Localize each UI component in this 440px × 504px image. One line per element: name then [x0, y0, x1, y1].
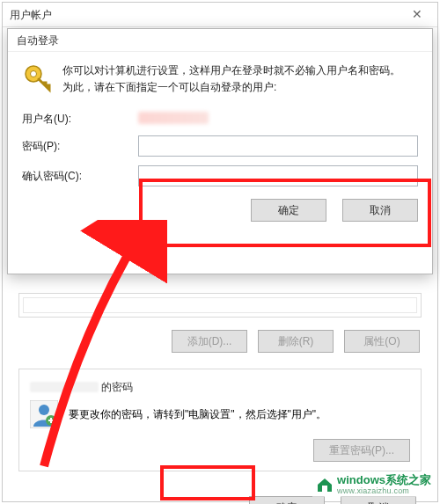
password-input[interactable] [138, 135, 418, 157]
svg-point-4 [31, 71, 37, 77]
username-value-blurred [138, 112, 209, 124]
house-icon [316, 477, 334, 493]
watermark-line1: windows系统之家 [337, 474, 431, 486]
account-buttons-row: 添加(D)... 删除(R) 属性(O) [20, 330, 420, 353]
child-cancel-button[interactable]: 取消 [342, 199, 418, 222]
info-line1: 你可以对计算机进行设置，这样用户在登录时就不必输入用户名和密码。 [62, 64, 400, 77]
auto-login-dialog: 自动登录 你可以对计算机进行设置，这样用户在登录时就不必输入用户名和密码。 为此… [7, 28, 433, 274]
info-line2: 为此，请在下面指定一个可以自动登录的用户: [62, 81, 276, 93]
remove-button[interactable]: 删除(R) [258, 330, 334, 353]
confirm-row: 确认密码(C): [22, 165, 418, 186]
user-avatar-icon [30, 400, 58, 428]
child-title-text: 自动登录 [17, 34, 59, 47]
parent-ok-button[interactable]: 确定 [249, 496, 325, 504]
account-list-groupbox [18, 293, 422, 318]
parent-titlebar[interactable]: 用户帐户 ✕ [3, 3, 437, 27]
password-label: 密码(P): [22, 139, 138, 154]
password-title-suffix: 的密码 [101, 381, 133, 393]
password-section-title: 的密码 [30, 380, 410, 395]
child-ok-button[interactable]: 确定 [251, 199, 326, 222]
key-icon [22, 62, 54, 94]
watermark-textblock: windows系统之家 www.xiazaizhu.com [337, 474, 431, 495]
close-icon[interactable]: ✕ [402, 5, 432, 23]
username-label: 用户名(U): [22, 112, 138, 127]
properties-button[interactable]: 属性(O) [344, 330, 420, 353]
parent-actions: 确定 取消 [18, 496, 422, 504]
account-list-inner [23, 297, 417, 313]
info-row: 你可以对计算机进行设置，这样用户在登录时就不必输入用户名和密码。 为此，请在下面… [22, 62, 418, 96]
password-note: 要更改你的密码，请转到"电脑设置"，然后选择"用户"。 [69, 407, 326, 422]
confirm-password-input[interactable] [138, 165, 418, 186]
reset-password-button[interactable]: 重置密码(P)... [313, 439, 410, 462]
add-button[interactable]: 添加(D)... [172, 330, 247, 353]
info-text: 你可以对计算机进行设置，这样用户在登录时就不必输入用户名和密码。 为此，请在下面… [62, 62, 400, 96]
parent-cancel-button[interactable]: 取消 [341, 496, 416, 504]
confirm-label: 确认密码(C): [22, 169, 138, 184]
reset-row: 重置密码(P)... [30, 439, 410, 462]
password-row: 密码(P): [22, 135, 418, 157]
svg-rect-5 [322, 486, 327, 492]
svg-point-1 [39, 405, 49, 415]
password-note-row: 要更改你的密码，请转到"电脑设置"，然后选择"用户"。 [30, 400, 410, 428]
password-section: 的密码 要更改你的密码，请转到"电脑设置"，然后选择"用户"。 重置密码(P).… [18, 369, 422, 471]
child-body: 你可以对计算机进行设置，这样用户在登录时就不必输入用户名和密码。 为此，请在下面… [8, 52, 432, 230]
child-titlebar[interactable]: 自动登录 [8, 29, 432, 52]
parent-title-text: 用户帐户 [10, 9, 52, 21]
watermark-line2: www.xiazaizhu.com [337, 486, 431, 495]
username-row: 用户名(U): [22, 112, 418, 127]
watermark: windows系统之家 www.xiazaizhu.com [312, 472, 435, 497]
blurred-username [30, 382, 99, 392]
child-actions: 确定 取消 [22, 199, 418, 222]
